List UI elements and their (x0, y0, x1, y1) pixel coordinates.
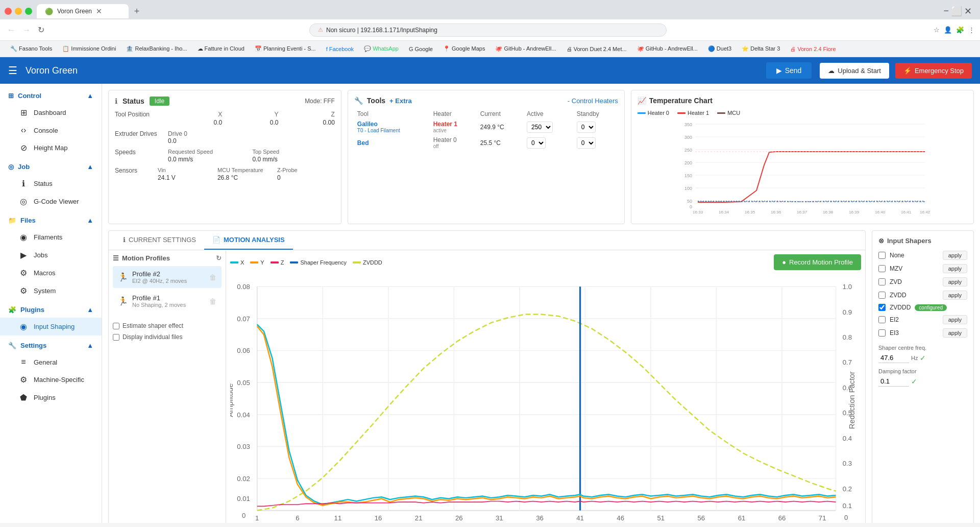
dashboard-icon: ⊞ (18, 108, 29, 117)
send-button[interactable]: ▶ Send (766, 62, 812, 79)
shaper-mzv-checkbox[interactable] (878, 265, 886, 272)
tool-row-1-name[interactable]: Bed (354, 135, 430, 151)
tool-row-0-standby[interactable]: 0 (574, 119, 618, 135)
shaper-ei3-apply-button[interactable]: apply (943, 328, 967, 338)
profile-item-1[interactable]: 🏃 Profile #1 No Shaping, 2 moves 🗑 (113, 290, 222, 312)
shaper-ei3-checkbox[interactable] (878, 329, 886, 337)
extra-link[interactable]: + Extra (389, 97, 412, 105)
sidebar-item-plugins-settings[interactable]: ⬟ Plugins (0, 389, 102, 406)
tool-row-1-standby[interactable]: 0 (574, 135, 618, 151)
damping-factor-input[interactable] (878, 376, 909, 387)
shaper-none-checkbox[interactable] (878, 252, 886, 259)
sidebar-section-plugins-header[interactable]: 🧩 Plugins ▲ (0, 302, 102, 318)
shaper-zvddd-checkbox[interactable] (878, 304, 886, 311)
forward-button[interactable]: → (20, 23, 33, 37)
window-max-btn[interactable] (25, 8, 32, 15)
sidebar-item-macros[interactable]: ⚙ Macros (0, 264, 102, 282)
sidebar-item-status[interactable]: ℹ Status (0, 175, 102, 193)
bookmark-planning[interactable]: 📅 Planning Eventi - S... (251, 44, 320, 53)
damping-confirm-icon[interactable]: ✓ (911, 377, 917, 386)
tab-close-icon[interactable]: ✕ (96, 7, 102, 15)
sidebar-item-filaments[interactable]: ◉ Filaments (0, 228, 102, 246)
window-close-btn[interactable] (5, 8, 12, 15)
emergency-stop-button[interactable]: ⚡ Emergency Stop (895, 63, 972, 79)
bookmark-relax[interactable]: 🏦 RelaxBanking - Iho... (122, 44, 191, 53)
tool-row-0-active[interactable]: 250 (524, 119, 574, 135)
bookmark-voron2[interactable]: 🖨 Voron 2.4 Fiore (786, 45, 840, 53)
bookmark-star-icon[interactable]: ☆ (934, 26, 940, 34)
shaper-ei3-left: EI3 (878, 329, 899, 337)
input-shaping-icon: ◉ (18, 322, 29, 331)
shaper-ei2-checkbox[interactable] (878, 316, 886, 323)
bookmark-duet[interactable]: 🔵 Duet3 (704, 44, 736, 53)
shaper-mzv-apply-button[interactable]: apply (943, 264, 967, 273)
bookmark-github2[interactable]: 🐙 GitHub - AndrewEll... (633, 44, 702, 53)
sidebar-item-dashboard[interactable]: ⊞ Dashboard (0, 104, 102, 122)
shaper-zvdd-checkbox[interactable] (878, 292, 886, 299)
bookmark-maps[interactable]: 📍 Google Maps (439, 44, 489, 53)
browser-menu-icon[interactable]: ⋮ (968, 26, 975, 34)
shaper-zvdd-apply-button[interactable]: apply (943, 291, 967, 300)
shaper-ei2-apply-button[interactable]: apply (943, 315, 967, 324)
shaper-freq-input[interactable] (878, 353, 909, 363)
bookmark-facebook[interactable]: f Facebook (322, 45, 358, 53)
bookmark-google[interactable]: G Google (405, 45, 437, 53)
sidebar-section-files-header[interactable]: 📁 Files ▲ (0, 212, 102, 228)
sidebar-item-console[interactable]: ‹› Console (0, 122, 102, 139)
sidebar-item-jobs[interactable]: ▶ Jobs (0, 246, 102, 264)
profile-icon[interactable]: 👤 (944, 26, 952, 34)
estimate-shaper-checkbox[interactable]: Estimate shaper effect (113, 322, 222, 329)
tool-row-0-active-select[interactable]: 250 (527, 122, 553, 133)
delete-profile-1-icon[interactable]: 🗑 (209, 297, 216, 305)
tab-motion-analysis[interactable]: 📄 MOTION ANALYSIS (204, 231, 293, 250)
sidebar-item-general[interactable]: ≡ General (0, 353, 102, 371)
display-individual-input[interactable] (113, 334, 119, 341)
sidebar-item-gcode-viewer[interactable]: ◎ G-Code Viewer (0, 193, 102, 210)
bookmark-immissione[interactable]: 📋 Immissione Ordini (58, 44, 120, 53)
reload-button[interactable]: ↻ (36, 23, 46, 37)
tool-row-1-standby-select[interactable]: 0 (577, 137, 596, 149)
sidebar-section-job-header[interactable]: ◎ Job ▲ (0, 159, 102, 175)
shaper-zvd-checkbox[interactable] (878, 278, 886, 285)
legend-z: Z (271, 259, 284, 266)
sidebar-section-control-header[interactable]: ⊞ Control ▲ (0, 88, 102, 104)
browser-minimize-icon[interactable]: − (943, 6, 949, 17)
profile-item-2[interactable]: 🏃 Profile #2 EI2 @ 40Hz, 2 moves 🗑 (113, 266, 222, 288)
sidebar-item-system[interactable]: ⚙ System (0, 282, 102, 300)
chart-options: Estimate shaper effect Display individua… (113, 314, 222, 341)
back-button[interactable]: ← (5, 23, 17, 37)
delete-profile-2-icon[interactable]: 🗑 (209, 273, 216, 281)
record-motion-button[interactable]: ● Record Motion Profile (774, 254, 861, 270)
refresh-icon[interactable]: ↻ (216, 254, 222, 262)
shaper-freq-confirm-icon[interactable]: ✓ (920, 354, 926, 362)
upload-start-button[interactable]: ☁ Upload & Start (820, 63, 889, 79)
tab-current-settings[interactable]: ℹ CURRENT SETTINGS (115, 231, 204, 250)
sidebar-item-machine[interactable]: ⚙ Machine-Specific (0, 371, 102, 389)
new-tab-button[interactable]: + (131, 5, 143, 17)
display-individual-checkbox[interactable]: Display individual files (113, 333, 222, 341)
bookmark-fasano[interactable]: 🔧 Fasano Tools (6, 44, 56, 53)
bookmark-github1[interactable]: 🐙 GitHub - AndrewEll... (491, 44, 560, 53)
sidebar-item-height-map[interactable]: ⊘ Height Map (0, 139, 102, 157)
shaper-zvd-apply-button[interactable]: apply (943, 277, 967, 286)
tool-row-0-standby-select[interactable]: 0 (577, 122, 596, 133)
window-min-btn[interactable] (15, 8, 22, 15)
sidebar-toggle-icon[interactable]: ☰ (8, 64, 17, 77)
estimate-shaper-input[interactable] (113, 323, 119, 329)
bookmark-whatsapp[interactable]: 💬 WhatsApp (360, 44, 403, 53)
tool-row-0-name[interactable]: Galileo T0 - Load Filament (354, 119, 430, 135)
browser-tab[interactable]: 🟢 Voron Green ✕ (37, 4, 129, 18)
tool-row-1-active[interactable]: 0 (524, 135, 574, 151)
browser-restore-icon[interactable]: ⬜ (951, 6, 962, 17)
address-bar[interactable]: ⚠ Non sicuro | 192.168.1.171/InputShapin… (309, 23, 667, 37)
control-heaters-link[interactable]: - Control Heaters (568, 97, 618, 105)
sidebar-item-input-shaping[interactable]: ◉ Input Shaping (0, 318, 102, 336)
sidebar-section-settings-header[interactable]: 🔧 Settings ▲ (0, 338, 102, 353)
bookmark-delta[interactable]: ⭐ Delta Star 3 (738, 44, 784, 53)
browser-close-icon[interactable]: ✕ (964, 6, 972, 17)
extensions-icon[interactable]: 🧩 (956, 26, 964, 34)
bookmark-voron[interactable]: 🖨 Voron Duet 2.4 Met... (562, 45, 631, 53)
bookmark-fatture[interactable]: ☁ Fatture in Cloud (193, 44, 249, 53)
shaper-none-apply-button[interactable]: apply (943, 251, 967, 260)
tool-row-1-active-select[interactable]: 0 (527, 137, 546, 149)
